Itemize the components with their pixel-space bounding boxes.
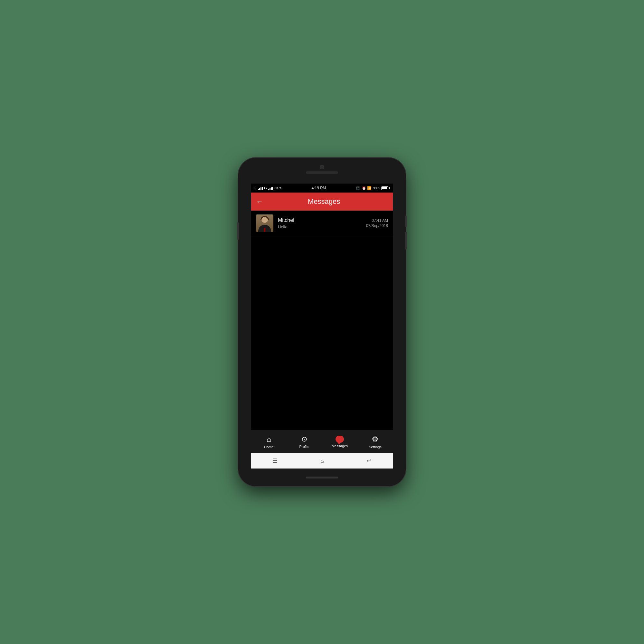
message-time-value: 07:41 AM <box>366 218 388 223</box>
battery-percent: 99% <box>373 186 380 190</box>
home-icon: ⌂ <box>267 435 271 444</box>
volume-up-button[interactable] <box>405 216 407 227</box>
signal-bars-e <box>258 187 263 190</box>
phone-device: E G 3K/s 4:19 PM 📳 ⏰ <box>238 158 406 486</box>
top-bezel <box>238 158 406 184</box>
message-item[interactable]: Mitchel Hello 07:41 AM 07/Sep/2018 <box>251 211 393 236</box>
nav-label-settings: Settings <box>369 445 382 449</box>
back-button[interactable]: ← <box>256 197 263 206</box>
nav-label-messages: Messages <box>332 444 348 448</box>
contact-name: Mitchel <box>278 217 366 223</box>
status-left: E G 3K/s <box>254 186 281 190</box>
header-title: Messages <box>270 197 378 206</box>
android-back-button[interactable]: ↩ <box>367 457 372 464</box>
vibrate-icon: 📳 <box>356 186 361 190</box>
nav-item-profile[interactable]: ⊙ Profile <box>287 432 322 451</box>
alarm-icon: ⏰ <box>362 186 366 190</box>
data-speed: 3K/s <box>274 186 281 190</box>
bottom-navigation: ⌂ Home ⊙ Profile Messages ⚙ Settings <box>251 430 393 453</box>
battery-icon <box>381 186 390 190</box>
messages-bubble-icon <box>336 436 344 443</box>
profile-icon: ⊙ <box>301 435 307 443</box>
android-home-button[interactable]: ⌂ <box>320 458 324 464</box>
message-info: Mitchel Hello <box>278 217 366 229</box>
home-indicator-bar <box>306 477 338 478</box>
app-header: ← Messages <box>251 193 393 211</box>
status-bar: E G 3K/s 4:19 PM 📳 ⏰ <box>251 184 393 193</box>
front-camera <box>320 165 324 169</box>
network-g-icon: G <box>264 186 267 190</box>
nav-item-messages[interactable]: Messages <box>322 433 357 450</box>
android-menu-button[interactable]: ☰ <box>272 457 278 464</box>
volume-down-button[interactable] <box>405 232 407 250</box>
nav-label-profile: Profile <box>299 445 309 449</box>
nav-item-home[interactable]: ⌂ Home <box>251 432 287 451</box>
power-button[interactable] <box>237 222 239 240</box>
network-e-icon: E <box>254 186 257 190</box>
android-navigation-bar: ☰ ⌂ ↩ <box>251 453 393 469</box>
settings-icon: ⚙ <box>372 435 379 444</box>
earpiece-speaker <box>306 171 338 174</box>
nav-label-home: Home <box>264 445 273 449</box>
nav-item-settings[interactable]: ⚙ Settings <box>357 432 393 451</box>
status-right: 📳 ⏰ 📶 99% <box>356 186 390 190</box>
signal-bars-g <box>268 187 273 190</box>
messages-list: Mitchel Hello 07:41 AM 07/Sep/2018 <box>251 211 393 430</box>
message-date-value: 07/Sep/2018 <box>366 223 388 228</box>
status-time: 4:19 PM <box>312 186 326 190</box>
bottom-bezel <box>238 469 406 486</box>
message-preview: Hello <box>278 224 366 229</box>
phone-screen: E G 3K/s 4:19 PM 📳 ⏰ <box>251 184 393 469</box>
message-time: 07:41 AM 07/Sep/2018 <box>366 218 388 228</box>
contact-avatar <box>256 214 273 232</box>
wifi-icon: 📶 <box>367 186 372 190</box>
